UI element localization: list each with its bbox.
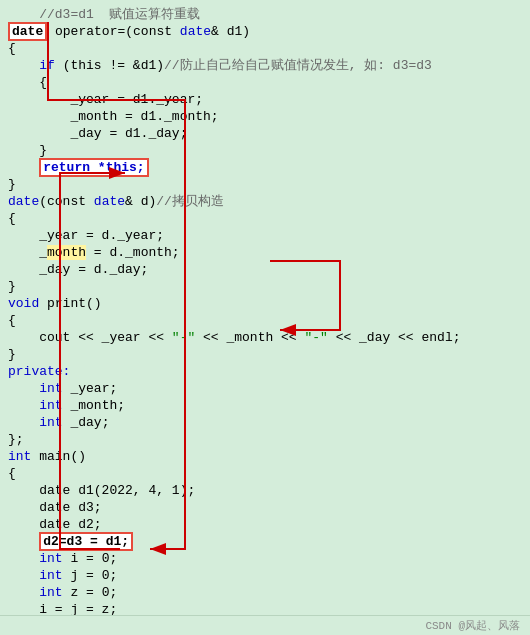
code-line: { <box>6 74 524 91</box>
code-line: int _month; <box>6 397 524 414</box>
code-line: { <box>6 40 524 57</box>
code-line: int j = 0; <box>6 567 524 584</box>
code-line: int main() <box>6 448 524 465</box>
code-line: } <box>6 176 524 193</box>
code-line: date d1(2022, 4, 1); <box>6 482 524 499</box>
code-line: i = j = z; <box>6 601 524 615</box>
code-line: { <box>6 312 524 329</box>
code-container: //d3=d1 赋值运算符重载 date operator=(const dat… <box>0 0 530 615</box>
code-line: { <box>6 465 524 482</box>
code-line-return: return *this; <box>6 159 524 176</box>
watermark: CSDN @风起、风落 <box>425 618 520 633</box>
code-line: _year = d._year; <box>6 227 524 244</box>
code-line: _day = d._day; <box>6 261 524 278</box>
code-line: _year = d1._year; <box>6 91 524 108</box>
code-line-month: _month = d._month; <box>6 244 524 261</box>
code-line: int _day; <box>6 414 524 431</box>
code-line: _month = d1._month; <box>6 108 524 125</box>
code-line-private: private: <box>6 363 524 380</box>
code-line: cout << _year << "-" << _month << "-" <<… <box>6 329 524 346</box>
code-line: int _year; <box>6 380 524 397</box>
code-line: date d3; <box>6 499 524 516</box>
footer: CSDN @风起、风落 <box>0 615 530 635</box>
code-line: date operator=(const date& d1) <box>6 23 524 40</box>
code-line: _day = d1._day; <box>6 125 524 142</box>
code-line: }; <box>6 431 524 448</box>
code-line: date(const date& d)//拷贝构造 <box>6 193 524 210</box>
code-line: int i = 0; <box>6 550 524 567</box>
code-line: } <box>6 278 524 295</box>
code-line: if (this != &d1)//防止自己给自己赋值情况发生, 如: d3=d… <box>6 57 524 74</box>
code-line: int z = 0; <box>6 584 524 601</box>
code-line: //d3=d1 赋值运算符重载 <box>6 6 524 23</box>
code-line-assign: d2=d3 = d1; <box>6 533 524 550</box>
code-line: date d2; <box>6 516 524 533</box>
code-line: } <box>6 142 524 159</box>
code-line: void print() <box>6 295 524 312</box>
code-line: { <box>6 210 524 227</box>
code-line: } <box>6 346 524 363</box>
